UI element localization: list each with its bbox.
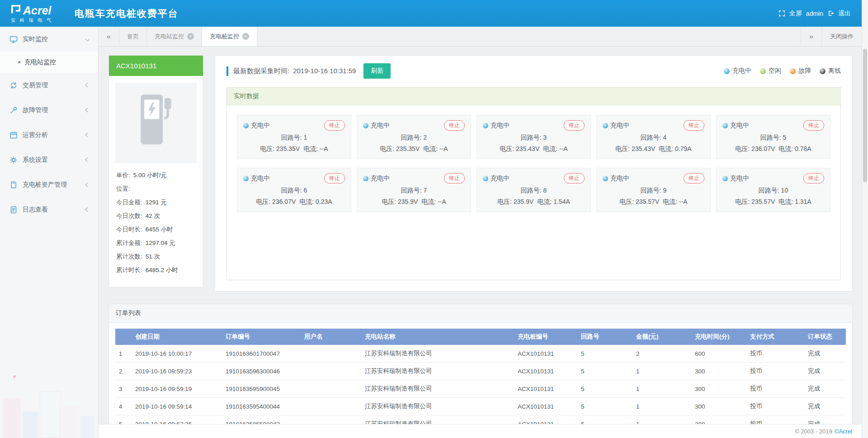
cell-order-status: 完成 [804, 380, 846, 398]
logout-icon[interactable] [827, 10, 834, 17]
sidebar-item-faults[interactable]: 故障管理 [0, 98, 98, 122]
cell-pile-no: ACX1010131 [514, 380, 577, 398]
cell-create-date: 2019-10-16 09:59:19 [132, 380, 222, 398]
terminate-button[interactable]: 终止 [803, 120, 824, 131]
content-area: ACX1010131 [99, 47, 862, 424]
cell-pay-method: 投币 [746, 415, 804, 424]
stat-today-amount: 今日金额:1291 元 [116, 198, 196, 207]
cell-pile-no: ACX1010131 [514, 363, 577, 380]
sidebar-item-system-settings[interactable]: 系统设置 [0, 147, 98, 172]
legend-charging: 充电中 [724, 67, 751, 75]
cell-station-name: 江苏安科瑞制造有限公司 [361, 345, 514, 363]
tab-station-monitor[interactable]: 充电站监控 × [147, 27, 202, 46]
sidebar-item-operation-analysis[interactable]: 运营分析 [0, 122, 98, 147]
charging-dot-icon [603, 123, 608, 128]
terminate-button[interactable]: 终止 [564, 173, 585, 184]
sidebar-item-pile-assets[interactable]: 充电桩资产管理 [0, 172, 98, 197]
close-operations-button[interactable]: 关闭操作 [821, 27, 862, 46]
charging-dot-icon [722, 176, 728, 181]
cell-amount: 1 [632, 363, 691, 380]
table-row: 2 2019-10-16 09:59:23 1910163596300046 江… [115, 363, 846, 380]
chevron-left-icon [85, 108, 90, 113]
sidebar-item-label: 日志查看 [23, 206, 48, 214]
orders-panel: 订单列表 创建日期 [108, 304, 853, 424]
cell-amount: 2 [632, 345, 691, 363]
cell-station-name: 江苏安科瑞制造有限公司 [361, 415, 514, 424]
terminate-button[interactable]: 终止 [324, 120, 345, 131]
username[interactable]: admin [806, 10, 823, 17]
col-charge-minutes: 充电时间(分) [691, 329, 746, 345]
fullscreen-icon[interactable] [778, 10, 785, 17]
cell-order-no: 1910163595400044 [222, 398, 301, 415]
terminate-button[interactable]: 终止 [324, 173, 345, 184]
sidebar-item-label: 系统设置 [23, 156, 48, 164]
acrel-logo-icon [11, 5, 21, 16]
stat-unit-price: 单价:5.00 小时/元 [116, 171, 196, 179]
circuit-card: 充电中终止 回路号: 8 电压: 235.9V电流: 1.54A [476, 168, 591, 212]
cell-order-no: 1910163585500043 [222, 415, 301, 424]
cell-charge-minutes: 300 [691, 398, 746, 415]
tabs-scroll-left-button[interactable]: « [99, 27, 119, 46]
terminate-button[interactable]: 终止 [444, 120, 465, 131]
cell-order-no: 1910163595900045 [222, 380, 301, 398]
stat-today-count: 今日次数:42 次 [116, 212, 196, 220]
sidebar-item-label: 故障管理 [23, 106, 48, 114]
city-illustration [0, 370, 98, 438]
book-icon [9, 181, 18, 189]
vertical-scrollbar[interactable] [862, 0, 868, 438]
col-order-status: 订单状态 [804, 329, 846, 345]
charging-dot-icon [363, 123, 368, 128]
cell-charge-minutes: 300 [691, 380, 746, 398]
cell-circuit-no: 5 [577, 398, 632, 415]
tab-pile-monitor[interactable]: 充电桩监控 × [202, 27, 257, 46]
close-icon[interactable]: × [187, 33, 194, 40]
cell-charge-minutes: 300 [691, 363, 746, 380]
logout-button[interactable]: 退出 [838, 9, 851, 18]
brand-link[interactable]: ©Acrel [835, 428, 852, 435]
chevron-left-icon [85, 158, 90, 162]
cell-username [301, 398, 361, 415]
charging-pile-icon [134, 90, 178, 155]
terminate-button[interactable]: 终止 [444, 173, 465, 184]
cell-create-date: 2019-10-16 09:57:35 [132, 415, 222, 424]
refresh-button[interactable]: 刷新 [363, 63, 391, 79]
tab-home[interactable]: 首页 [119, 27, 147, 46]
cell-index: 1 [115, 345, 132, 363]
collect-time: 最新数据采集时间: 2019-10-16 10:31:59 [233, 67, 356, 75]
charging-dot-icon [243, 123, 249, 128]
col-index [115, 329, 132, 345]
cell-username [301, 345, 361, 363]
stat-today-duration: 今日时长:6455 小时 [116, 226, 196, 234]
cell-create-date: 2019-10-16 10:00:17 [132, 345, 222, 363]
sidebar-item-realtime-monitor[interactable]: 实时监控 [0, 27, 98, 52]
terminate-button[interactable]: 终止 [684, 120, 704, 131]
cell-amount: 1 [632, 398, 691, 415]
scrollbar-thumb[interactable] [863, 49, 867, 182]
table-header-row: 创建日期 订单编号 用户名 充电站名称 充电桩编号 回路号 金额(元) 充电时间… [115, 329, 846, 345]
col-pay-method: 支付方式 [746, 329, 804, 345]
sidebar-item-transactions[interactable]: 交易管理 [0, 73, 98, 98]
sidebar-item-logs[interactable]: 日志查看 [0, 197, 98, 222]
fullscreen-button[interactable]: 全屏 [789, 9, 802, 18]
col-create-date: 创建日期 [132, 329, 222, 345]
cell-circuit-no: 5 [577, 345, 632, 363]
log-document-icon [9, 206, 18, 214]
close-icon[interactable]: × [242, 33, 249, 40]
sidebar-subitem-label: 充电站监控 [24, 58, 56, 66]
monitor-panel: 最新数据采集时间: 2019-10-16 10:31:59 刷新 充电中 空闲 … [215, 55, 853, 292]
device-stats: 单价:5.00 小时/元 位置: 今日金额:1291 元 今日次数:42 次 今… [109, 170, 203, 287]
cell-index: 5 [115, 415, 132, 424]
gear-icon [9, 156, 18, 164]
terminate-button[interactable]: 终止 [803, 173, 824, 184]
monitor-screen-icon [9, 35, 18, 43]
sidebar-item-label: 运营分析 [23, 131, 48, 139]
tabs-scroll-right-button[interactable]: » [801, 27, 821, 46]
terminate-button[interactable]: 终止 [684, 173, 704, 184]
table-row: 1 2019-10-16 10:00:17 1910163601700047 江… [115, 345, 846, 363]
charging-dot-icon [722, 123, 728, 128]
chevron-down-icon [85, 37, 90, 42]
cell-charge-minutes: 300 [691, 415, 746, 424]
acrel-logo: Acrel 安 科 瑞 电 气 [11, 5, 53, 23]
sidebar-item-station-monitor[interactable]: 充电站监控 [0, 52, 98, 73]
terminate-button[interactable]: 终止 [564, 120, 585, 131]
